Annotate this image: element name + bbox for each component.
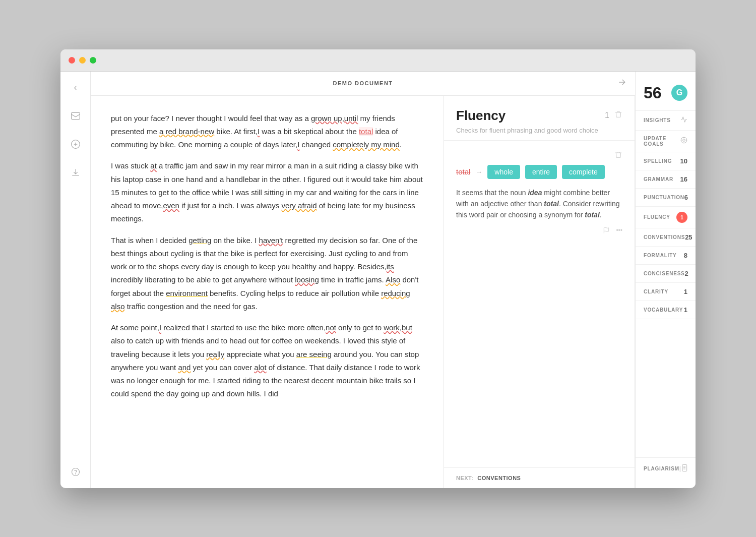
next-label: NEXT: bbox=[456, 475, 473, 481]
category-count-spelling: 10 bbox=[680, 157, 687, 165]
next-section: NEXT: CONVENTIONS bbox=[444, 467, 635, 488]
minimize-button[interactable] bbox=[79, 57, 86, 64]
replacement-btn-whole[interactable]: whole bbox=[487, 165, 520, 179]
flag-icon[interactable] bbox=[603, 227, 610, 235]
suggestion-category-title: Fluency bbox=[456, 108, 506, 124]
category-row-clarity[interactable]: CLARITY1 bbox=[636, 283, 696, 301]
error-at: at bbox=[150, 161, 157, 170]
error-reducing-also: reducing also bbox=[111, 289, 410, 311]
error-environment: environment bbox=[166, 289, 208, 297]
highlighted-total: total bbox=[359, 127, 373, 136]
doc-forward-icon[interactable] bbox=[617, 77, 627, 90]
help-icon[interactable] bbox=[68, 464, 84, 480]
right-sidebar: 56 G INSIGHTS UPDATE GOALS bbox=[635, 72, 696, 488]
category-row-formality[interactable]: FORMALITY8 bbox=[636, 247, 696, 265]
category-row-conciseness[interactable]: CONCISENESS2 bbox=[636, 265, 696, 283]
paragraph-1: put on your face? I never thought I woul… bbox=[111, 112, 423, 152]
suggestion-subtitle: Checks for fluent phrasing and good word… bbox=[456, 127, 622, 134]
error-not: not bbox=[326, 323, 336, 332]
error-havent: haven't bbox=[259, 236, 283, 245]
category-count-fluency: 1 bbox=[676, 212, 687, 223]
back-nav-icon[interactable]: ‹ bbox=[68, 80, 84, 96]
insights-row[interactable]: INSIGHTS bbox=[636, 111, 696, 131]
error-alot: alot bbox=[254, 363, 266, 372]
replacement-btn-entire[interactable]: entire bbox=[525, 165, 557, 179]
main-area: DEMO DOCUMENT put on your face? I never … bbox=[91, 72, 635, 488]
score-number: 56 bbox=[644, 84, 662, 102]
category-row-punctuation[interactable]: PUNCTUATION6 bbox=[636, 189, 696, 207]
insights-label: INSIGHTS bbox=[644, 117, 671, 123]
suggestion-explanation: It seems that the noun idea might combin… bbox=[456, 187, 622, 221]
suggestion-count: 1 bbox=[605, 111, 609, 120]
plagiarism-label: PLAGIARISM bbox=[644, 466, 679, 471]
error-later-i: I bbox=[297, 140, 299, 149]
update-goals-icon bbox=[680, 137, 687, 146]
category-label-conventions: CONVENTIONS bbox=[644, 234, 685, 240]
close-button[interactable] bbox=[69, 57, 75, 64]
titlebar bbox=[60, 49, 696, 72]
category-label-clarity: CLARITY bbox=[644, 289, 668, 294]
error-red-brand-new: a red brand-new bbox=[159, 127, 214, 136]
replacement-btn-complete[interactable]: complete bbox=[562, 165, 605, 179]
paragraph-2: I was stuck at a traffic jam and saw in … bbox=[111, 159, 423, 225]
delete-suggestion-icon[interactable] bbox=[614, 110, 622, 121]
error-loosing: loosing bbox=[295, 275, 319, 284]
category-count-grammar: 16 bbox=[680, 175, 687, 183]
insights-icon bbox=[680, 116, 687, 125]
suggestion-body: total → whole entire complete It seems t… bbox=[444, 141, 635, 246]
category-label-formality: FORMALITY bbox=[644, 253, 677, 258]
content-area: put on your face? I never thought I woul… bbox=[91, 96, 635, 488]
category-row-fluency[interactable]: FLUENCY1 bbox=[636, 207, 696, 228]
plagiarism-row[interactable]: PLAGIARISM bbox=[636, 457, 696, 480]
category-row-spelling[interactable]: SPELLING10 bbox=[636, 152, 696, 170]
error-its: its bbox=[387, 262, 394, 271]
doc-header: DEMO DOCUMENT bbox=[91, 72, 635, 96]
svg-point-3 bbox=[75, 473, 76, 474]
svg-rect-11 bbox=[682, 464, 687, 471]
doc-title: DEMO DOCUMENT bbox=[333, 80, 393, 86]
category-count-vocabulary: 1 bbox=[684, 306, 687, 314]
error-even: even bbox=[163, 201, 179, 210]
original-word: total bbox=[456, 167, 470, 176]
inbox-icon[interactable] bbox=[68, 108, 84, 124]
svg-point-2 bbox=[72, 468, 79, 475]
traffic-lights bbox=[69, 57, 96, 64]
category-label-punctuation: PUNCTUATION bbox=[644, 195, 684, 200]
update-goals-label: UPDATE GOALS bbox=[644, 136, 680, 147]
category-row-conventions[interactable]: CONVENTIONS25 bbox=[636, 228, 696, 247]
category-label-vocabulary: VOCABULARY bbox=[644, 307, 683, 313]
maximize-button[interactable] bbox=[90, 57, 96, 64]
error-and: and bbox=[178, 363, 191, 372]
category-row-grammar[interactable]: GRAMMAR16 bbox=[636, 170, 696, 189]
editor[interactable]: put on your face? I never thought I woul… bbox=[91, 96, 444, 488]
category-row-vocabulary[interactable]: VOCABULARY1 bbox=[636, 301, 696, 319]
category-label-spelling: SPELLING bbox=[644, 158, 672, 164]
category-count-conventions: 25 bbox=[685, 233, 692, 241]
plagiarism-icon bbox=[679, 464, 687, 474]
more-options-icon[interactable]: ••• bbox=[616, 227, 622, 235]
suggestion-header: Fluency 1 Checks for fluent phrasing bbox=[444, 96, 635, 141]
add-document-icon[interactable] bbox=[68, 136, 84, 152]
error-getting: getting bbox=[188, 236, 211, 245]
download-icon[interactable] bbox=[68, 164, 84, 181]
suggestion-title-row: Fluency 1 bbox=[456, 108, 622, 124]
category-count-conciseness: 2 bbox=[685, 270, 688, 277]
paragraph-4: At some point,I realized that I started … bbox=[111, 321, 423, 401]
app-window: ‹ bbox=[60, 49, 696, 488]
suggestion-panel: Fluency 1 Checks for fluent phrasing bbox=[444, 96, 635, 488]
app-body: ‹ bbox=[60, 72, 696, 488]
error-point-i: I bbox=[159, 323, 161, 332]
error-very-afraid: very afraid bbox=[282, 201, 317, 210]
category-label-fluency: FLUENCY bbox=[644, 214, 670, 220]
category-label-conciseness: CONCISENESS bbox=[644, 271, 685, 276]
error-grown-up: grown up,until bbox=[311, 114, 358, 123]
grammarly-icon: G bbox=[671, 85, 687, 101]
paragraph-3: That is when I decided getting on the bi… bbox=[111, 234, 423, 314]
error-a-inch: a inch bbox=[212, 201, 232, 210]
error-completely: completely my mind bbox=[333, 140, 400, 149]
next-value[interactable]: CONVENTIONS bbox=[477, 475, 521, 481]
update-goals-row[interactable]: UPDATE GOALS bbox=[636, 131, 696, 152]
category-label-grammar: GRAMMAR bbox=[644, 176, 673, 182]
error-work-but: work,but bbox=[384, 323, 412, 332]
card-delete-icon[interactable] bbox=[614, 151, 622, 161]
